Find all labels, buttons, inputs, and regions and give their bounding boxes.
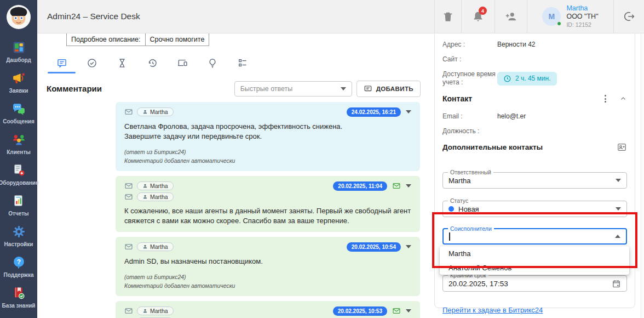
tab-history[interactable] xyxy=(137,55,167,71)
comments-header-row: Комментарии Быстрые ответы ДОБАВИТЬ xyxy=(47,81,421,97)
main-content: Подробное описание: Срочно помогите xyxy=(37,33,431,318)
caret-down-icon xyxy=(616,207,621,211)
equipment-icon xyxy=(12,163,26,177)
sidebar-item-dashboard[interactable]: Дашборд xyxy=(0,37,37,67)
add-comment-button[interactable]: ДОБАВИТЬ xyxy=(357,81,421,97)
site-row: Сайт : xyxy=(442,55,627,64)
user-block: M Martha ООО "ТН" ID: 12152 xyxy=(542,4,598,29)
available-time-label: Доступное время учета : xyxy=(442,70,497,87)
sidebar-item-label: Поддержка xyxy=(3,272,33,278)
available-time-pill: 2 ч. 45 мин. xyxy=(497,72,557,86)
envelope-icon xyxy=(124,306,133,315)
responsible-label: Ответственный xyxy=(448,169,493,176)
detail-tabs xyxy=(47,55,421,71)
person-icon xyxy=(142,109,148,115)
description-value[interactable]: Срочно помогите xyxy=(145,33,209,46)
status-dot xyxy=(449,206,454,212)
trash-button[interactable] xyxy=(434,0,461,33)
svg-text:?: ? xyxy=(16,258,20,266)
tab-checklist[interactable] xyxy=(227,55,257,71)
current-user-menu[interactable]: M Martha ООО "ТН" ID: 12152 xyxy=(527,0,613,33)
calendar-icon[interactable] xyxy=(612,279,621,288)
sidebar-item-settings[interactable]: Настройки xyxy=(0,221,37,252)
person-card-add-icon[interactable] xyxy=(617,142,627,152)
details-panel: Адрес : Верности 42 Сайт : Доступное вре… xyxy=(431,33,644,318)
mail-sent-icon[interactable] xyxy=(392,181,401,190)
person-icon xyxy=(142,308,148,314)
people-icon xyxy=(12,133,26,146)
additional-contacts-heading: Дополнительные контакты xyxy=(442,143,543,151)
contact-heading: Контакт xyxy=(442,94,472,103)
add-user-button[interactable] xyxy=(495,0,527,33)
coexecutors-dropdown: Martha Анатолий Семенов xyxy=(440,246,629,275)
sidebar-item-equipment[interactable]: Оборудование xyxy=(0,160,37,190)
coexecutors-label: Соисполнители xyxy=(448,225,494,232)
check-circle-icon xyxy=(87,58,97,69)
envelope-icon xyxy=(124,107,133,116)
sidebar-item-label: Заявки xyxy=(9,88,28,94)
mail-sent-icon[interactable] xyxy=(392,306,401,315)
kebab-menu-icon[interactable] xyxy=(603,94,607,104)
person-icon xyxy=(142,183,148,189)
sidebar-item-label: Оборудование xyxy=(0,180,39,186)
gear-icon xyxy=(12,225,26,238)
user-company: ООО "ТН" xyxy=(566,13,598,21)
app-logo-avatar[interactable] xyxy=(0,0,37,33)
sidebar-item-label: База знаний xyxy=(2,303,36,309)
sidebar-item-messages[interactable]: Сообщения xyxy=(0,98,37,129)
chevron-up-icon[interactable] xyxy=(619,95,627,103)
history-icon xyxy=(147,58,158,69)
quick-replies-select[interactable]: Быстрые ответы xyxy=(234,81,352,96)
tab-devices[interactable] xyxy=(167,55,197,71)
envelope-icon xyxy=(124,181,133,190)
position-row: Должность : xyxy=(442,127,627,135)
logout-button[interactable] xyxy=(613,0,644,33)
tab-sla[interactable] xyxy=(107,55,137,71)
user-id: ID: 12152 xyxy=(566,21,598,29)
app-window: Дашборд Заявки Сообщения xyxy=(0,0,644,318)
sidebar-nav: Дашборд Заявки Сообщения xyxy=(0,33,37,313)
sidebar-item-support[interactable]: ? Поддержка xyxy=(0,252,37,282)
comment-menu-caret-icon[interactable] xyxy=(406,110,411,113)
sidebar: Дашборд Заявки Сообщения xyxy=(0,0,37,318)
sidebar-item-reports[interactable]: Отчеты xyxy=(0,190,37,221)
clock-icon xyxy=(503,75,511,83)
status-select[interactable]: Статус Новая xyxy=(442,201,627,217)
bitrix-task-link[interactable]: Перейти к задаче в Битрикс24 xyxy=(442,306,543,314)
available-time-value: 2 ч. 45 мин. xyxy=(515,75,551,82)
notifications-button[interactable]: 4 xyxy=(461,0,495,33)
sidebar-item-tickets[interactable]: Заявки xyxy=(0,67,37,98)
lightbulb-icon xyxy=(207,58,218,69)
page-scrollbar[interactable] xyxy=(641,33,644,318)
description-label: Подробное описание: xyxy=(67,33,146,46)
dropdown-option[interactable]: Martha xyxy=(440,246,629,260)
comment-menu-caret-icon[interactable] xyxy=(406,184,411,188)
dropdown-option[interactable]: Анатолий Семенов xyxy=(440,260,629,275)
devices-icon xyxy=(177,58,188,69)
checklist-icon xyxy=(237,58,248,69)
notification-badge: 4 xyxy=(479,7,487,15)
comment-menu-caret-icon[interactable] xyxy=(406,245,411,248)
sidebar-item-knowledge-base[interactable]: База знаний xyxy=(0,282,37,313)
megaphone-icon xyxy=(12,71,26,85)
app-title: Admin24 – Service Desk xyxy=(47,12,140,21)
sender-chip: Martha xyxy=(137,306,174,315)
tab-idea[interactable] xyxy=(197,55,227,71)
deadline-field[interactable]: Крайний срок 20.02.2025, 17:53 xyxy=(442,275,627,292)
site-label: Сайт : xyxy=(442,55,497,64)
email-row: Email : helo@t.er xyxy=(442,112,627,121)
user-info: Martha ООО "ТН" ID: 12152 xyxy=(566,4,598,29)
description-table: Подробное описание: Срочно помогите xyxy=(66,33,209,46)
coexecutors-combobox[interactable]: Соисполнители xyxy=(442,228,627,245)
comment-menu-caret-icon[interactable] xyxy=(406,309,411,313)
responsible-select[interactable]: Ответственный Martha xyxy=(442,172,627,189)
envelope-icon xyxy=(124,192,133,201)
person-icon xyxy=(142,194,148,200)
sender-name: Martha xyxy=(150,109,168,115)
tab-comments[interactable] xyxy=(47,55,77,71)
sidebar-item-clients[interactable]: Клиенты xyxy=(0,129,37,160)
address-value: Верности 42 xyxy=(497,41,536,49)
tab-tasks[interactable] xyxy=(77,55,107,71)
avatar-face-icon xyxy=(6,4,31,30)
status-label: Статус xyxy=(448,197,470,205)
